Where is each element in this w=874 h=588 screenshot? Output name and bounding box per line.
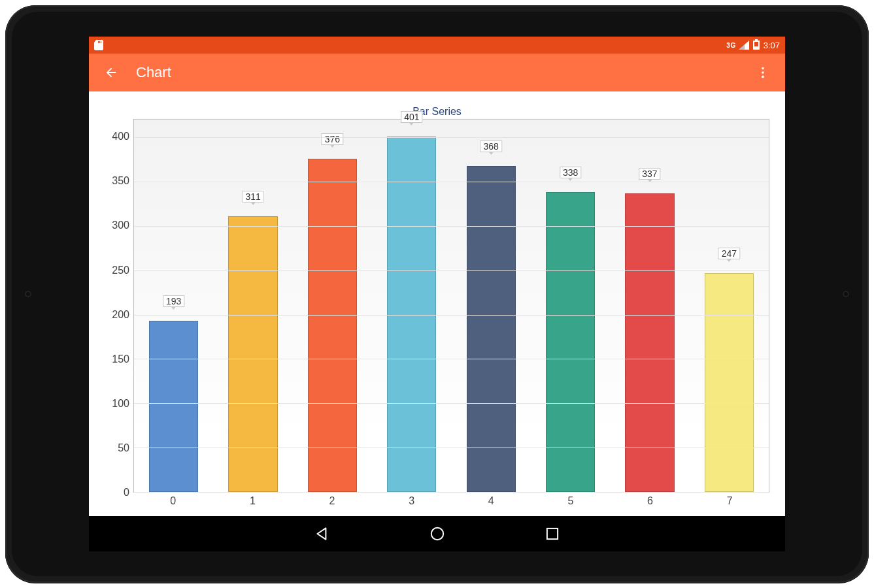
bar-value-label: 247 — [718, 248, 740, 259]
gridline — [134, 448, 769, 448]
bar-value-label: 193 — [163, 295, 184, 307]
signal-icon — [739, 41, 749, 50]
clock-label: 3:07 — [764, 41, 780, 50]
x-tick-label: 5 — [567, 495, 573, 507]
x-tick-label: 6 — [647, 495, 653, 507]
app-bar: Chart — [89, 54, 785, 91]
battery-icon — [753, 39, 760, 52]
svg-point-3 — [431, 528, 443, 540]
bar-value-label: 368 — [480, 140, 502, 152]
back-button[interactable] — [98, 59, 124, 86]
overflow-menu-button[interactable] — [750, 59, 776, 86]
page-title: Chart — [136, 64, 171, 81]
bar[interactable] — [467, 166, 516, 492]
y-tick-label: 300 — [112, 220, 129, 231]
network-indicator: 3G — [726, 41, 748, 50]
y-tick-label: 50 — [118, 442, 129, 454]
camera-right — [843, 291, 849, 297]
svg-point-1 — [762, 71, 764, 74]
arrow-back-icon — [104, 65, 118, 80]
bar[interactable] — [308, 159, 357, 492]
gridline — [134, 182, 769, 182]
x-tick-label: 4 — [488, 495, 494, 507]
gridline — [134, 137, 769, 138]
y-tick-label: 400 — [112, 131, 129, 142]
bar-value-label: 376 — [322, 133, 343, 145]
gridline — [134, 403, 769, 404]
svg-point-0 — [762, 67, 764, 70]
sd-card-icon — [94, 40, 103, 50]
y-tick-label: 0 — [124, 487, 129, 498]
plot-area: 193311376401368338337247 — [133, 119, 769, 493]
nav-recent-button[interactable] — [544, 525, 561, 542]
x-axis: 01234567 — [133, 493, 769, 507]
y-tick-label: 350 — [112, 175, 129, 187]
gridline — [134, 226, 769, 227]
chart-content: Bar Series 050100150200250300350400 1933… — [89, 91, 785, 516]
gridline — [134, 315, 769, 316]
bar-value-label: 401 — [401, 111, 422, 123]
svg-point-2 — [762, 76, 764, 78]
screen: 3G 3:07 Chart Bar Series 05010 — [89, 37, 785, 551]
bar-value-label: 338 — [560, 167, 581, 178]
svg-rect-4 — [546, 529, 557, 539]
square-recent-icon — [544, 525, 561, 542]
camera-left — [25, 291, 31, 297]
bar[interactable] — [228, 216, 277, 492]
gridline — [134, 359, 769, 359]
x-tick-label: 0 — [170, 495, 176, 507]
nav-home-button[interactable] — [429, 525, 446, 542]
x-tick-label: 7 — [727, 495, 733, 507]
y-tick-label: 200 — [112, 309, 129, 321]
android-nav-bar — [89, 516, 785, 551]
status-bar: 3G 3:07 — [89, 37, 785, 54]
bars-container: 193311376401368338337247 — [134, 120, 769, 492]
tablet-frame: 3G 3:07 Chart Bar Series 05010 — [5, 5, 869, 583]
bar-value-label: 337 — [639, 168, 660, 180]
nav-back-button[interactable] — [314, 525, 331, 542]
gridline — [134, 270, 769, 271]
more-vert-icon — [756, 65, 770, 80]
y-tick-label: 250 — [112, 265, 129, 276]
triangle-back-icon — [314, 525, 331, 542]
x-tick-label: 3 — [409, 495, 414, 507]
y-tick-label: 100 — [112, 398, 129, 410]
y-axis: 050100150200250300350400 — [105, 119, 133, 493]
x-tick-label: 2 — [329, 495, 335, 507]
y-tick-label: 150 — [112, 353, 129, 365]
chart-title: Bar Series — [105, 106, 769, 119]
circle-home-icon — [429, 525, 446, 542]
bar[interactable] — [149, 321, 198, 492]
bar[interactable] — [705, 273, 754, 492]
network-type-label: 3G — [726, 42, 735, 49]
x-tick-label: 1 — [250, 495, 256, 507]
bar-value-label: 311 — [242, 191, 263, 203]
